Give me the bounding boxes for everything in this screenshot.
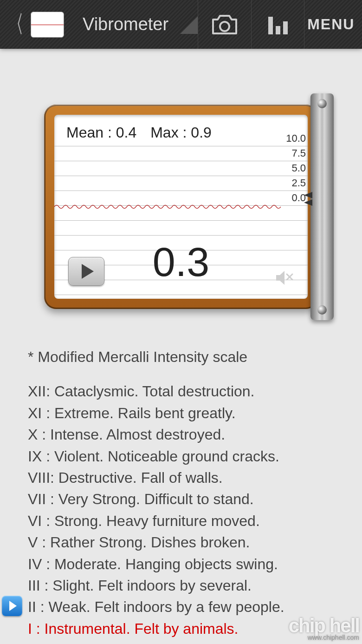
- seismograph-waveform: [54, 202, 281, 211]
- play-icon: [82, 264, 94, 279]
- pointer-upper: [298, 192, 312, 198]
- app-header: 〈 Vibrometer MENU: [0, 0, 362, 49]
- mercalli-scale: * Modified Mercalli Intensity scale XII:…: [28, 346, 334, 639]
- meter-device: Mean : 0.4 Max : 0.9 10.0 7.5 5.0 2.5 0.…: [44, 105, 318, 309]
- scale-row: III : Slight. Felt indoors by several.: [28, 575, 334, 596]
- scale-row: VI : Strong. Heavy furniture moved.: [28, 510, 334, 532]
- scroll-handle[interactable]: [310, 93, 334, 320]
- scale-row: IX : Violent. Noticeable ground cracks.: [28, 446, 334, 467]
- scale-row: V : Rather Strong. Dishes broken.: [28, 532, 334, 553]
- meter-screen: Mean : 0.4 Max : 0.9 10.0 7.5 5.0 2.5 0.…: [54, 115, 308, 299]
- camera-icon: [211, 14, 238, 35]
- app-title: Vibrometer: [83, 14, 168, 34]
- svg-rect-1: [268, 17, 273, 34]
- scale-row: X : Intense. Almost destroyed.: [28, 424, 334, 445]
- scale-row: XI : Extreme. Rails bent greatly.: [28, 402, 334, 424]
- back-icon[interactable]: 〈: [9, 9, 23, 40]
- mean-value: Mean : 0.4: [66, 124, 136, 141]
- scale-row: II : Weak. Felt indoors by a few people.: [28, 596, 334, 618]
- play-button[interactable]: [68, 257, 104, 286]
- menu-button[interactable]: MENU: [304, 0, 357, 49]
- signal-icon: [181, 15, 198, 34]
- svg-rect-3: [283, 21, 288, 34]
- app-logo-icon[interactable]: [31, 12, 64, 38]
- stats-button[interactable]: [251, 0, 304, 49]
- mute-icon[interactable]: [275, 270, 294, 289]
- camera-button[interactable]: [198, 0, 251, 49]
- scale-row: VIII: Destructive. Fall of walls.: [28, 467, 334, 488]
- max-value: Max : 0.9: [150, 124, 212, 141]
- scale-row: VII : Very Strong. Difficult to stand.: [28, 488, 334, 510]
- bar-chart-icon: [266, 13, 290, 36]
- scale-row: IV : Moderate. Hanging objects swing.: [28, 553, 334, 575]
- corner-play-badge[interactable]: [2, 596, 22, 616]
- svg-point-0: [220, 22, 229, 31]
- scale-title: * Modified Mercalli Intensity scale: [28, 346, 334, 368]
- scale-row: XII: Cataclysmic. Total destruction.: [28, 381, 334, 402]
- pointer-lower: [298, 199, 312, 206]
- menu-label: MENU: [307, 16, 355, 33]
- play-icon: [9, 601, 17, 611]
- svg-rect-2: [276, 26, 280, 34]
- watermark: chip hell www.chiphell.com: [289, 618, 359, 641]
